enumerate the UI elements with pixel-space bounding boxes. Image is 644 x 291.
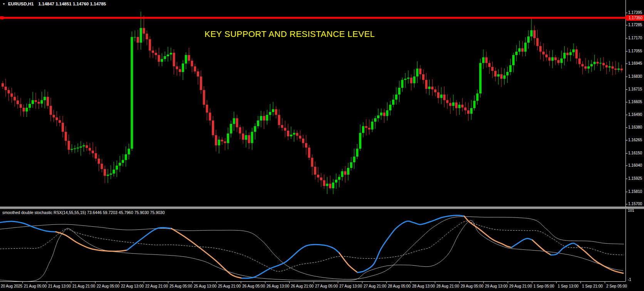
stoch-signal-segment-blue bbox=[512, 239, 532, 248]
time-axis-label: 21 Aug 21:00 bbox=[72, 284, 95, 288]
candle-down bbox=[248, 135, 250, 143]
stoch-signal-segment-blue bbox=[357, 215, 464, 272]
candle-up bbox=[428, 87, 431, 89]
candle-up bbox=[476, 94, 478, 101]
candle-down bbox=[89, 148, 91, 151]
candle-down bbox=[521, 48, 523, 52]
candle-down bbox=[320, 177, 322, 180]
candle-down bbox=[461, 105, 463, 107]
candle-up bbox=[128, 149, 130, 154]
price-axis-label: 1.17055 bbox=[628, 49, 642, 53]
time-axis-label: 25 Aug 21:00 bbox=[218, 284, 241, 288]
price-tick-mark bbox=[626, 77, 627, 77]
panel-separator[interactable] bbox=[0, 207, 644, 209]
price-tick-mark bbox=[626, 64, 627, 64]
stoch-signal-segment-blue bbox=[127, 227, 171, 250]
time-tick-mark bbox=[289, 282, 290, 283]
time-axis-label: 28 Aug 05:00 bbox=[388, 284, 411, 288]
price-axis-label: 1.16945 bbox=[628, 61, 642, 65]
candle-up bbox=[407, 78, 409, 79]
indicator-scale-bottom: -1 bbox=[628, 278, 631, 282]
time-tick-mark bbox=[508, 282, 508, 283]
candle-down bbox=[579, 59, 581, 64]
symbol-title: EURUSD,H1 bbox=[8, 2, 34, 6]
symbol-dropdown-icon[interactable]: ▼ bbox=[2, 2, 5, 6]
candle-down bbox=[146, 33, 148, 39]
candle-up bbox=[509, 65, 512, 72]
candle-up bbox=[182, 64, 184, 72]
candle-down bbox=[554, 57, 557, 60]
indicator-chart[interactable] bbox=[0, 209, 626, 282]
stoch-signal-segment-orange bbox=[532, 240, 551, 255]
candle-down bbox=[191, 61, 193, 67]
candle-up bbox=[440, 95, 443, 98]
candle-down bbox=[53, 115, 55, 117]
candle-down bbox=[314, 167, 316, 175]
candle-down bbox=[275, 109, 277, 115]
candle-up bbox=[164, 56, 166, 59]
price-tick-mark bbox=[626, 51, 627, 52]
candle-down bbox=[104, 169, 106, 176]
candle-up bbox=[512, 55, 515, 65]
candle-down bbox=[38, 102, 40, 104]
candle-down bbox=[383, 113, 386, 116]
candle-down bbox=[323, 180, 325, 186]
candle-down bbox=[55, 117, 58, 120]
candle-down bbox=[491, 67, 493, 71]
candle-up bbox=[122, 160, 124, 163]
stoch-upper-band-line bbox=[0, 217, 624, 279]
candle-down bbox=[224, 141, 226, 143]
candle-down bbox=[437, 92, 439, 98]
time-axis-label: 26 Aug 05:00 bbox=[242, 284, 265, 288]
time-tick-mark bbox=[580, 282, 581, 283]
time-tick-mark bbox=[144, 282, 144, 283]
resistance-price-tag[interactable]: 1.17350 bbox=[627, 15, 644, 21]
candle-up bbox=[524, 43, 527, 52]
candle-up bbox=[392, 100, 394, 105]
candle-down bbox=[621, 69, 623, 70]
candle-up bbox=[272, 109, 274, 112]
candle-up bbox=[371, 122, 373, 130]
candle-up bbox=[119, 163, 121, 166]
candle-up bbox=[572, 49, 575, 52]
candle-down bbox=[464, 107, 466, 110]
candle-down bbox=[98, 159, 100, 164]
time-axis-label: 1 Sep 21:00 bbox=[582, 284, 603, 288]
time-tick-mark bbox=[338, 282, 338, 283]
candle-down bbox=[158, 55, 160, 62]
price-axis-label: 1.17395 bbox=[628, 10, 642, 15]
price-tick-mark bbox=[626, 13, 627, 13]
candle-down bbox=[575, 49, 578, 58]
candle-up bbox=[380, 113, 382, 115]
stoch-signal-segment-orange bbox=[578, 246, 623, 273]
time-axis-label: 22 Aug 05:00 bbox=[97, 284, 119, 288]
chart-title-bar: ▼ EURUSD,H1 1.14847 1.14851 1.14760 1.14… bbox=[2, 2, 106, 6]
candle-down bbox=[449, 103, 451, 106]
candle-up bbox=[131, 37, 133, 149]
time-axis: 20 Aug 202521 Aug 05:0021 Aug 13:0021 Au… bbox=[0, 282, 644, 291]
hline-handle[interactable] bbox=[0, 16, 3, 19]
candle-up bbox=[257, 120, 259, 126]
price-axis-label: 1.15925 bbox=[628, 176, 642, 181]
candle-up bbox=[413, 77, 416, 84]
time-axis-label: 28 Aug 21:00 bbox=[436, 284, 459, 288]
time-tick-mark bbox=[265, 282, 265, 283]
time-tick-mark bbox=[362, 282, 362, 283]
candle-up bbox=[587, 66, 590, 69]
time-axis-label: 20 Aug 2025 bbox=[1, 284, 22, 288]
candle-up bbox=[401, 80, 403, 88]
candle-down bbox=[557, 60, 560, 63]
candle-down bbox=[47, 97, 49, 106]
candle-down bbox=[10, 94, 13, 97]
candle-down bbox=[86, 146, 88, 148]
resistance-hline[interactable] bbox=[0, 16, 626, 19]
candle-down bbox=[20, 104, 22, 108]
time-axis-label: 29 Aug 13:00 bbox=[485, 284, 508, 288]
candle-down bbox=[488, 63, 491, 67]
candle-up bbox=[470, 108, 473, 114]
candle-down bbox=[8, 90, 10, 94]
candle-down bbox=[50, 106, 52, 115]
candle-down bbox=[308, 147, 310, 157]
candle-down bbox=[5, 87, 7, 90]
candle-up bbox=[326, 184, 328, 186]
